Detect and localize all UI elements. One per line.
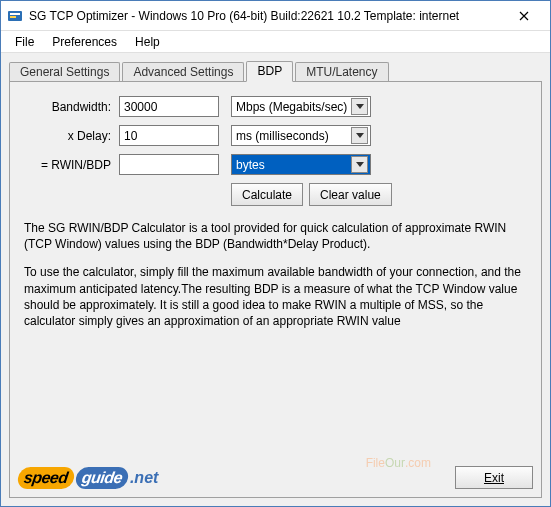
delay-unit-text: ms (milliseconds) xyxy=(236,129,351,143)
menu-file[interactable]: File xyxy=(7,33,42,51)
menu-preferences[interactable]: Preferences xyxy=(44,33,125,51)
description-2: To use the calculator, simply fill the m… xyxy=(24,264,524,329)
client-area: General Settings Advanced Settings BDP M… xyxy=(1,53,550,506)
tab-general[interactable]: General Settings xyxy=(9,62,120,82)
description-1: The SG RWIN/BDP Calculator is a tool pro… xyxy=(24,220,524,252)
logo-net: .net xyxy=(130,469,158,487)
tab-advanced[interactable]: Advanced Settings xyxy=(122,62,244,82)
titlebar: SG TCP Optimizer - Windows 10 Pro (64-bi… xyxy=(1,1,550,31)
menu-help[interactable]: Help xyxy=(127,33,168,51)
tab-page-bdp: Bandwidth: Mbps (Megabits/sec) x Delay: … xyxy=(9,81,542,498)
bandwidth-label: Bandwidth: xyxy=(24,100,119,114)
footer: speedguide.net Exit xyxy=(18,466,533,489)
tab-mtu[interactable]: MTU/Latency xyxy=(295,62,388,82)
delay-label: x Delay: xyxy=(24,129,119,143)
clear-button[interactable]: Clear value xyxy=(309,183,392,206)
exit-button[interactable]: Exit xyxy=(455,466,533,489)
chevron-down-icon xyxy=(351,156,368,173)
speedguide-logo: speedguide.net xyxy=(18,467,158,489)
bandwidth-unit-combo[interactable]: Mbps (Megabits/sec) xyxy=(231,96,371,117)
logo-speed: speed xyxy=(16,467,75,489)
logo-guide: guide xyxy=(74,467,129,489)
delay-input[interactable] xyxy=(119,125,219,146)
rwin-input[interactable] xyxy=(119,154,219,175)
tab-bdp[interactable]: BDP xyxy=(246,61,293,82)
exit-button-label: Exit xyxy=(484,471,504,485)
bandwidth-unit-text: Mbps (Megabits/sec) xyxy=(236,100,351,114)
app-icon xyxy=(7,8,23,24)
chevron-down-icon xyxy=(351,127,368,144)
window-title: SG TCP Optimizer - Windows 10 Pro (64-bi… xyxy=(29,9,504,23)
app-window: SG TCP Optimizer - Windows 10 Pro (64-bi… xyxy=(0,0,551,507)
button-row: Calculate Clear value xyxy=(231,183,527,206)
row-bandwidth: Bandwidth: Mbps (Megabits/sec) xyxy=(24,96,527,117)
bandwidth-input[interactable] xyxy=(119,96,219,117)
rwin-unit-combo[interactable]: bytes xyxy=(231,154,371,175)
menubar: File Preferences Help xyxy=(1,31,550,53)
rwin-label: = RWIN/BDP xyxy=(24,158,119,172)
rwin-unit-text: bytes xyxy=(236,158,351,172)
tab-strip: General Settings Advanced Settings BDP M… xyxy=(9,59,542,81)
row-delay: x Delay: ms (milliseconds) xyxy=(24,125,527,146)
chevron-down-icon xyxy=(351,98,368,115)
svg-rect-1 xyxy=(10,13,20,15)
exit-area: Exit xyxy=(455,466,533,489)
close-button[interactable] xyxy=(504,2,544,30)
calculate-button[interactable]: Calculate xyxy=(231,183,303,206)
row-rwin: = RWIN/BDP bytes xyxy=(24,154,527,175)
svg-rect-2 xyxy=(10,16,16,18)
close-icon xyxy=(519,11,529,21)
delay-unit-combo[interactable]: ms (milliseconds) xyxy=(231,125,371,146)
